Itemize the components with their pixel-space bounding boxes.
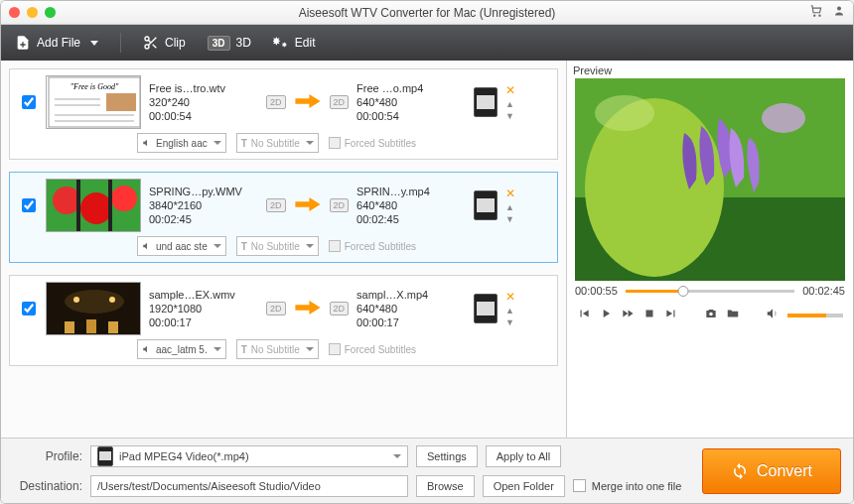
dim-badge: 2D <box>266 198 286 212</box>
arrow-icon <box>294 298 322 320</box>
dest-name: SPRIN…y.mp4 <box>356 186 466 197</box>
device-icon[interactable] <box>474 190 498 220</box>
remove-icon[interactable]: ✕ <box>505 187 515 200</box>
close-light[interactable] <box>9 7 20 18</box>
thumbnail[interactable]: "Free is Good" <box>46 75 141 129</box>
forced-subtitles-checkbox[interactable]: Forced Subtitles <box>329 343 416 355</box>
subtitle-value: No Subtitle <box>251 344 300 355</box>
destination-value: /Users/test/Documents/Aiseesoft Studio/V… <box>97 480 321 492</box>
snapshot-icon[interactable] <box>704 307 718 323</box>
svg-rect-8 <box>106 93 136 111</box>
user-icon[interactable] <box>833 4 845 21</box>
svg-rect-18 <box>108 179 112 232</box>
browse-button[interactable]: Browse <box>416 475 475 497</box>
dest-info: sampl…X.mp4640*48000:00:17 <box>356 289 466 328</box>
chevron-down-icon <box>393 454 401 458</box>
svg-point-4 <box>145 45 149 49</box>
folder-icon[interactable] <box>726 307 740 323</box>
audio-select[interactable]: und aac ste <box>137 236 226 256</box>
move-down-icon[interactable]: ▼ <box>505 317 515 327</box>
source-name: SPRING…py.WMV <box>149 186 258 197</box>
dest-info: SPRIN…y.mp4640*48000:02:45 <box>356 186 466 225</box>
device-icon[interactable] <box>474 294 498 323</box>
play-icon[interactable] <box>599 307 613 323</box>
volume-track[interactable] <box>787 314 843 317</box>
item-checkbox[interactable] <box>22 302 36 315</box>
player-controls <box>567 301 853 329</box>
file-list: "Free is Good"Free is…tro.wtv320*24000:0… <box>1 61 567 438</box>
profile-select[interactable]: iPad MPEG4 Video(*.mp4) <box>90 445 408 467</box>
device-icon[interactable] <box>474 87 498 117</box>
subtitle-select[interactable]: TNo Subtitle <box>236 236 319 256</box>
move-down-icon[interactable]: ▼ <box>505 214 515 224</box>
svg-point-29 <box>762 103 805 133</box>
forced-subtitles-checkbox[interactable]: Forced Subtitles <box>329 240 416 252</box>
forced-label: Forced Subtitles <box>345 344 416 355</box>
list-item[interactable]: SPRING…py.WMV3840*216000:02:452D2DSPRIN…… <box>9 172 558 263</box>
seek-track[interactable] <box>626 290 794 293</box>
preview-pane: Preview 00: <box>567 61 853 438</box>
remove-icon[interactable]: ✕ <box>505 290 515 304</box>
move-down-icon[interactable]: ▼ <box>505 111 515 121</box>
forced-subtitles-checkbox[interactable]: Forced Subtitles <box>329 137 416 149</box>
thumbnail[interactable] <box>46 179 141 232</box>
svg-point-3 <box>145 37 149 41</box>
item-checkbox[interactable] <box>22 198 36 212</box>
three-d-badge: 3D <box>208 36 230 51</box>
profile-value: iPad MPEG4 Video(*.mp4) <box>119 450 249 462</box>
thumbnail[interactable] <box>46 282 141 335</box>
destination-field[interactable]: /Users/test/Documents/Aiseesoft Studio/V… <box>90 475 408 497</box>
move-up-icon[interactable]: ▲ <box>505 306 515 315</box>
subtitle-value: No Subtitle <box>251 138 300 149</box>
remove-icon[interactable]: ✕ <box>505 83 515 97</box>
body: "Free is Good"Free is…tro.wtv320*24000:0… <box>1 61 853 438</box>
dest-duration: 00:00:17 <box>356 316 466 328</box>
edit-label: Edit <box>295 36 316 50</box>
prev-icon[interactable] <box>577 307 591 323</box>
svg-point-2 <box>837 7 841 11</box>
volume-icon[interactable] <box>766 307 780 323</box>
video-preview[interactable] <box>575 78 845 281</box>
destination-label: Destination: <box>13 479 82 493</box>
subtitle-select[interactable]: TNo Subtitle <box>236 339 319 359</box>
cart-icon[interactable] <box>809 4 823 21</box>
source-info: SPRING…py.WMV3840*216000:02:45 <box>149 186 258 225</box>
audio-select[interactable]: aac_latm 5. <box>137 339 226 359</box>
merge-checkbox[interactable]: Merge into one file <box>573 479 682 492</box>
next-icon[interactable] <box>664 307 678 323</box>
list-item[interactable]: "Free is Good"Free is…tro.wtv320*24000:0… <box>9 68 558 160</box>
item-checkbox[interactable] <box>22 95 36 109</box>
settings-button[interactable]: Settings <box>416 445 478 467</box>
three-d-button[interactable]: 3D 3D <box>208 36 251 51</box>
current-time: 00:00:55 <box>575 285 618 297</box>
arrow-icon <box>294 194 322 217</box>
list-item[interactable]: sample…EX.wmv1920*108000:00:172D2Dsampl…… <box>9 275 558 366</box>
audio-select[interactable]: English aac <box>137 133 226 153</box>
add-file-button[interactable]: Add File <box>15 35 98 51</box>
minimize-light[interactable] <box>27 7 38 18</box>
source-resolution: 3840*2160 <box>149 199 258 211</box>
svg-point-14 <box>53 187 80 214</box>
stop-icon[interactable] <box>642 307 656 323</box>
checkbox-icon <box>329 343 341 355</box>
source-resolution: 320*240 <box>149 96 258 108</box>
toolbar-separator <box>120 33 121 53</box>
svg-point-24 <box>73 297 79 303</box>
item-side-buttons: ✕▲▼ <box>505 187 515 224</box>
svg-rect-22 <box>86 319 96 333</box>
convert-button[interactable]: Convert <box>702 448 841 494</box>
clip-button[interactable]: Clip <box>143 35 186 51</box>
chevron-down-icon[interactable] <box>90 41 98 46</box>
apply-all-button[interactable]: Apply to All <box>486 445 561 467</box>
edit-button[interactable]: Edit <box>273 35 316 51</box>
bottom-left: Profile: iPad MPEG4 Video(*.mp4) Setting… <box>13 445 690 497</box>
subtitle-select[interactable]: TNo Subtitle <box>236 133 319 153</box>
item-side-buttons: ✕▲▼ <box>505 83 515 121</box>
zoom-light[interactable] <box>45 7 56 18</box>
audio-value: aac_latm 5. <box>156 344 208 355</box>
fast-forward-icon[interactable] <box>621 307 635 323</box>
move-up-icon[interactable]: ▲ <box>505 202 515 212</box>
preview-label: Preview <box>567 61 853 78</box>
open-folder-button[interactable]: Open Folder <box>483 475 565 497</box>
move-up-icon[interactable]: ▲ <box>505 99 515 109</box>
